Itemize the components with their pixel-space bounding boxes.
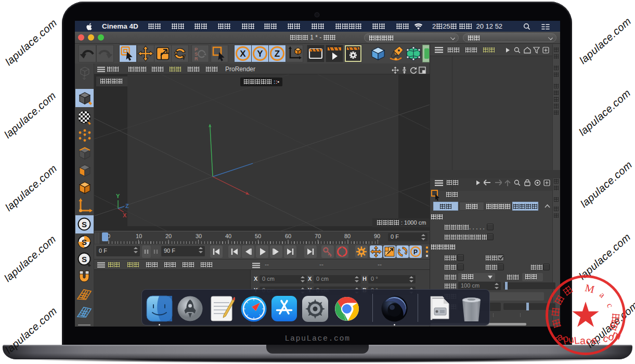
svg-text:a: a	[580, 335, 586, 346]
svg-text:X: X	[123, 212, 127, 218]
svg-text:80: 80	[344, 233, 351, 239]
svg-text:R: R	[195, 56, 198, 61]
svg-text:70: 70	[315, 233, 321, 239]
svg-text:90: 90	[374, 233, 380, 239]
svg-text:50: 50	[255, 233, 261, 239]
svg-text:Y: Y	[116, 193, 120, 199]
svg-text:Z: Z	[275, 49, 280, 59]
svg-text:60: 60	[285, 233, 291, 239]
svg-text:e: e	[591, 334, 598, 346]
svg-text:c: c	[605, 302, 616, 309]
svg-text:40: 40	[225, 233, 231, 239]
svg-text:Y: Y	[257, 49, 263, 59]
svg-text:30: 30	[196, 233, 202, 239]
svg-text:20: 20	[165, 233, 172, 239]
svg-text:M: M	[584, 282, 596, 295]
svg-text:a: a	[598, 290, 607, 300]
svg-text:10: 10	[136, 233, 142, 239]
svg-text:S: S	[82, 255, 87, 264]
svg-text:Z: Z	[125, 203, 129, 209]
svg-text:S: S	[82, 220, 87, 229]
svg-text:X: X	[240, 49, 246, 59]
svg-text:P: P	[413, 249, 418, 256]
svg-text:.: .	[598, 333, 602, 345]
svg-text:S: S	[82, 238, 87, 246]
